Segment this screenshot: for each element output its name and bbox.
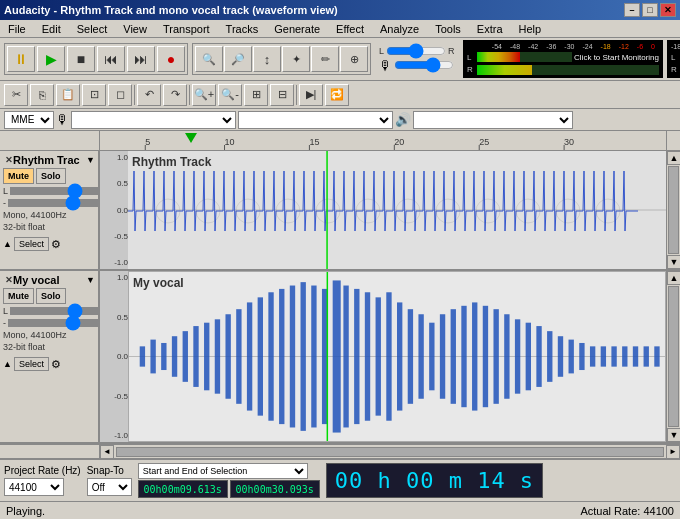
menu-item-edit[interactable]: Edit: [38, 22, 65, 36]
svg-rect-71: [590, 346, 595, 366]
envelope-tool[interactable]: ✦: [282, 46, 310, 72]
menu-item-tools[interactable]: Tools: [431, 22, 465, 36]
start-time-input[interactable]: [138, 480, 228, 498]
silence-button[interactable]: ◻: [108, 84, 132, 106]
speaker-device-select[interactable]: Speaker/Headphone (Realtek High: [413, 111, 573, 129]
vocal-track-dropdown[interactable]: ▼: [86, 275, 95, 285]
paste-button[interactable]: 📋: [56, 84, 80, 106]
vocal-settings-icon[interactable]: ⚙: [51, 358, 61, 371]
draw-tool[interactable]: ✏: [311, 46, 339, 72]
vocal-scroll-thumb[interactable]: [668, 286, 679, 427]
svg-rect-41: [268, 292, 273, 420]
close-button[interactable]: ✕: [660, 3, 676, 17]
menu-item-tracks[interactable]: Tracks: [222, 22, 263, 36]
svg-rect-66: [536, 326, 541, 387]
vocal-solo-button[interactable]: Solo: [36, 288, 66, 304]
menu-item-extra[interactable]: Extra: [473, 22, 507, 36]
vocal-scale-1: 1.0: [100, 273, 128, 282]
rhythm-solo-button[interactable]: Solo: [36, 168, 66, 184]
rhythm-select-button[interactable]: Select: [14, 237, 49, 251]
zoom-in-button[interactable]: 🔍: [195, 46, 223, 72]
zoom-sel-button[interactable]: ⊞: [244, 84, 268, 106]
vocal-select-button[interactable]: Select: [14, 357, 49, 371]
scroll-right-button[interactable]: ►: [666, 445, 680, 459]
selection-tool[interactable]: ↕: [253, 46, 281, 72]
svg-rect-34: [193, 326, 198, 387]
stop-button[interactable]: ■: [67, 46, 95, 72]
svg-text:10: 10: [225, 137, 235, 147]
vocal-scroll-down[interactable]: ▼: [667, 428, 680, 442]
vocal-mute-button[interactable]: Mute: [3, 288, 34, 304]
scroll-left-button[interactable]: ◄: [100, 445, 114, 459]
skip-end-button[interactable]: ⏭: [127, 46, 155, 72]
play-at-sel-button[interactable]: ▶|: [299, 84, 323, 106]
end-time-input[interactable]: [230, 480, 320, 498]
minimize-button[interactable]: –: [624, 3, 640, 17]
rhythm-scroll-up[interactable]: ▲: [667, 151, 680, 165]
rhythm-mute-button[interactable]: Mute: [3, 168, 34, 184]
svg-rect-29: [140, 346, 145, 366]
copy-button[interactable]: ⎘: [30, 84, 54, 106]
project-rate-select[interactable]: 44100: [4, 478, 64, 496]
svg-rect-32: [172, 336, 177, 377]
svg-rect-47: [333, 280, 341, 432]
host-select[interactable]: MME: [4, 111, 54, 129]
rhythm-scroll-down[interactable]: ▼: [667, 255, 680, 269]
rhythm-track-dropdown[interactable]: ▼: [86, 155, 95, 165]
vocal-collapse-button[interactable]: ▲: [3, 359, 12, 369]
rhythm-waveform-label: Rhythm Track: [132, 155, 211, 169]
lr-slider[interactable]: [386, 47, 446, 55]
horizontal-scrollbar: ◄ ►: [0, 444, 680, 458]
svg-rect-49: [354, 289, 359, 424]
svg-rect-77: [654, 346, 659, 366]
vocal-close-button[interactable]: ✕: [5, 275, 13, 285]
zoom-fit-button[interactable]: ⊟: [270, 84, 294, 106]
maximize-button[interactable]: □: [642, 3, 658, 17]
rhythm-settings-icon[interactable]: ⚙: [51, 238, 61, 251]
mic-device-select[interactable]: Microphone Array (Realtek High: [71, 111, 236, 129]
skip-start-button[interactable]: ⏮: [97, 46, 125, 72]
h-scroll-thumb[interactable]: [116, 447, 664, 457]
menu-item-help[interactable]: Help: [515, 22, 546, 36]
menu-item-effect[interactable]: Effect: [332, 22, 368, 36]
zoom-out-button[interactable]: 🔎: [224, 46, 252, 72]
menu-item-analyze[interactable]: Analyze: [376, 22, 423, 36]
redo-button[interactable]: ↷: [163, 84, 187, 106]
svg-rect-70: [579, 343, 584, 370]
svg-rect-33: [183, 331, 188, 382]
vu-click-label[interactable]: Click to Start Monitoring: [574, 53, 659, 62]
rhythm-track-name: Rhythm Trac: [13, 154, 86, 166]
menu-item-transport[interactable]: Transport: [159, 22, 214, 36]
rhythm-collapse-button[interactable]: ▲: [3, 239, 12, 249]
rhythm-waveform: Rhythm Track rhythm waves: [128, 151, 666, 269]
undo-button[interactable]: ↶: [137, 84, 161, 106]
menu-bar: FileEditSelectViewTransportTracksGenerat…: [0, 20, 680, 38]
zoom-in2-button[interactable]: 🔍+: [192, 84, 216, 106]
menu-item-generate[interactable]: Generate: [270, 22, 324, 36]
pause-button[interactable]: ⏸: [7, 46, 35, 72]
separator3: [296, 85, 297, 105]
start-marker[interactable]: [185, 133, 197, 143]
loop-button[interactable]: 🔁: [325, 84, 349, 106]
vu-scale-label-12: -12: [619, 43, 629, 50]
record-button[interactable]: ●: [157, 46, 185, 72]
snap-select[interactable]: Off: [87, 478, 132, 496]
rhythm-scroll-thumb[interactable]: [668, 166, 679, 254]
trim-button[interactable]: ⊡: [82, 84, 106, 106]
input-volume-slider[interactable]: [394, 61, 454, 69]
rhythm-scrollbar: ▲ ▼: [666, 151, 680, 269]
multi-tool[interactable]: ⊕: [340, 46, 368, 72]
svg-rect-46: [322, 289, 327, 424]
menu-item-select[interactable]: Select: [73, 22, 112, 36]
vocal-scroll-up[interactable]: ▲: [667, 271, 680, 285]
zoom-out2-button[interactable]: 🔍-: [218, 84, 242, 106]
menu-item-view[interactable]: View: [119, 22, 151, 36]
menu-item-file[interactable]: File: [4, 22, 30, 36]
channel-select[interactable]: 2 (Stereo) Recording Chann: [238, 111, 393, 129]
project-rate-label: Project Rate (Hz): [4, 465, 81, 476]
play-button[interactable]: ▶: [37, 46, 65, 72]
r-label: R: [448, 46, 455, 56]
rhythm-close-button[interactable]: ✕: [5, 155, 13, 165]
cut-button[interactable]: ✂: [4, 84, 28, 106]
selection-format-select[interactable]: Start and End of Selection: [138, 463, 308, 479]
